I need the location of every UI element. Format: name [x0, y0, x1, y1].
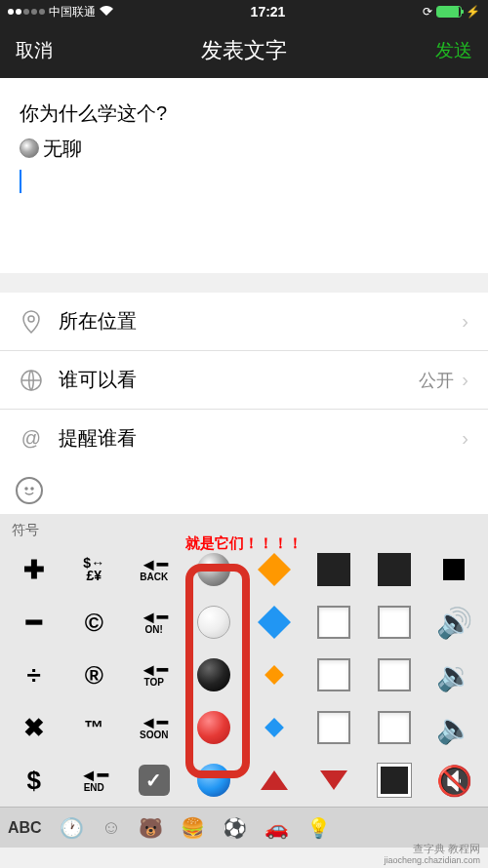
key-triangle-up[interactable] — [244, 754, 305, 807]
key-diamond-blue[interactable] — [244, 596, 305, 649]
settings-list: 所在位置 › 谁可以看 公开 › @ 提醒谁看 › — [0, 293, 488, 467]
chevron-right-icon: › — [462, 427, 468, 450]
svg-point-0 — [28, 316, 34, 322]
watermark: 查字典 教程网 jiaocheng.chazidian.com — [384, 843, 480, 866]
mention-row[interactable]: @ 提醒谁看 › — [0, 410, 488, 467]
annotation-highlight-box — [185, 564, 250, 778]
carrier-label: 中国联通 — [49, 4, 96, 20]
key-checkbox[interactable]: ✓ — [124, 754, 184, 807]
key-diamond-blue-small[interactable] — [244, 701, 305, 754]
key-square-outline-5[interactable] — [305, 701, 365, 754]
key-registered[interactable]: ® — [64, 649, 125, 701]
at-icon: @ — [20, 427, 43, 451]
key-back[interactable]: ◄━BACK — [124, 543, 184, 596]
status-right: ⟳ ⚡ — [423, 5, 480, 19]
signal-dots — [8, 9, 45, 15]
key-speaker-mute[interactable]: 🔇 — [425, 754, 485, 807]
nav-bar: 取消 发表文字 发送 — [0, 23, 488, 78]
status-time: 17:21 — [251, 4, 286, 20]
svg-point-2 — [25, 488, 27, 490]
kb-tab-sport-icon[interactable]: ⚽ — [223, 816, 247, 840]
key-plus[interactable]: ✚ — [4, 543, 64, 596]
key-end[interactable]: ◄━END — [64, 754, 125, 807]
cancel-button[interactable]: 取消 — [16, 38, 53, 63]
key-square-black-1[interactable] — [305, 543, 365, 596]
key-currency[interactable]: $↔£¥ — [64, 543, 125, 596]
compose-line-1: 你为什么学这个? — [20, 96, 468, 131]
kb-tab-car-icon[interactable]: 🚗 — [264, 816, 289, 840]
compose-textarea[interactable]: 你为什么学这个? 无聊 — [0, 78, 488, 273]
location-pin-icon — [20, 310, 43, 334]
key-speaker-med[interactable]: 🔉 — [425, 649, 485, 701]
rotation-lock-icon: ⟳ — [423, 5, 432, 19]
kb-tab-abc[interactable]: ABC — [8, 819, 42, 837]
key-square-outline-6[interactable] — [364, 701, 425, 754]
bullet-emoji-icon — [20, 138, 39, 158]
key-square-black-2[interactable] — [364, 543, 425, 596]
key-triangle-down[interactable] — [305, 754, 365, 807]
key-divide[interactable]: ÷ — [4, 649, 64, 701]
key-speaker-loud[interactable]: 🔊 — [425, 596, 485, 649]
key-square-outline-3[interactable] — [305, 649, 365, 701]
compose-line-2: 无聊 — [20, 131, 468, 166]
status-left: 中国联通 — [8, 4, 113, 20]
key-square-small-black[interactable] — [425, 543, 485, 596]
annotation-text: 就是它们！！！！ — [185, 534, 303, 553]
key-minus[interactable]: ━ — [4, 596, 64, 649]
keyboard-tabbar: ABC 🕐 ☺ 🐻 🍔 ⚽ 🚗 💡 — [0, 807, 488, 848]
key-square-dark[interactable] — [364, 754, 425, 807]
globe-icon — [20, 369, 43, 392]
emoji-toggle-row — [0, 467, 488, 514]
key-square-outline-1[interactable] — [305, 596, 365, 649]
visibility-label: 谁可以看 — [59, 367, 419, 393]
smiley-icon[interactable] — [16, 477, 43, 504]
kb-tab-smiley-icon[interactable]: ☺ — [102, 816, 121, 839]
key-diamond-orange-small[interactable] — [244, 649, 305, 701]
visibility-value: 公开 — [419, 369, 454, 392]
key-square-outline-2[interactable] — [364, 596, 425, 649]
key-on[interactable]: ◄━ON! — [124, 596, 184, 649]
key-dollar[interactable]: $ — [4, 754, 64, 807]
key-tm[interactable]: ™ — [64, 701, 125, 754]
wifi-icon — [100, 5, 113, 19]
kb-tab-recent-icon[interactable]: 🕐 — [60, 816, 84, 840]
chevron-right-icon: › — [462, 310, 468, 333]
key-top[interactable]: ◄━TOP — [124, 649, 184, 701]
kb-tab-symbol-icon[interactable]: 💡 — [306, 816, 331, 840]
key-copyright[interactable]: © — [64, 596, 125, 649]
chevron-right-icon: › — [462, 369, 468, 391]
send-button[interactable]: 发送 — [435, 38, 472, 63]
key-soon[interactable]: ◄━SOON — [124, 701, 184, 754]
location-label: 所在位置 — [59, 308, 462, 335]
status-bar: 中国联通 17:21 ⟳ ⚡ — [0, 0, 488, 23]
text-cursor — [20, 170, 21, 193]
kb-tab-bear-icon[interactable]: 🐻 — [139, 816, 163, 840]
mention-label: 提醒谁看 — [59, 425, 462, 452]
kb-tab-food-icon[interactable]: 🍔 — [181, 816, 205, 840]
key-speaker-low[interactable]: 🔈 — [425, 701, 485, 754]
visibility-row[interactable]: 谁可以看 公开 › — [0, 351, 488, 410]
charging-icon: ⚡ — [466, 5, 480, 19]
battery-icon — [436, 6, 462, 18]
page-title: 发表文字 — [201, 36, 287, 65]
key-square-outline-4[interactable] — [364, 649, 425, 701]
svg-point-3 — [31, 488, 33, 490]
key-multiply[interactable]: ✖ — [4, 701, 64, 754]
location-row[interactable]: 所在位置 › — [0, 293, 488, 351]
